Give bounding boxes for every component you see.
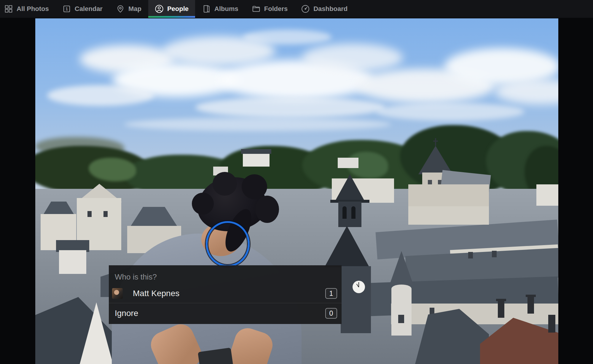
nav-label: Folders [264,5,288,13]
cloud [195,97,385,118]
church-cross [433,141,438,142]
shortcut-badge: 0 [325,308,337,319]
map-pin-icon [116,4,125,13]
cloud [376,103,525,121]
popup-option-ignore[interactable]: Ignore 0 [109,303,342,323]
chimney [526,295,536,297]
church-cross [435,138,436,146]
cloud [47,85,154,106]
nav-item-map[interactable]: Map [115,0,143,18]
man-hair-curl [242,174,267,199]
nav-label: People [167,5,189,13]
man-hair-curl [213,172,237,196]
popup-title: Who is this? [109,265,342,284]
nav-label: Calendar [75,5,103,13]
nav-label: Dashboard [313,5,347,13]
turret-window [398,315,404,323]
church-base [408,206,489,225]
window [468,252,473,258]
cloud [302,44,403,72]
chimney [496,299,506,301]
bell-tower-belfry [338,202,361,227]
album-icon [202,4,211,13]
nav-item-all-photos[interactable]: All Photos [3,0,50,18]
chimney [548,315,555,333]
shortcut-badge: 1 [325,288,337,299]
avatar [112,288,123,299]
building [59,250,86,274]
chimney [498,301,504,318]
ignore-label: Ignore [115,309,138,318]
nav-item-calendar[interactable]: 1 Calendar [61,0,104,18]
nav-item-people[interactable]: People [148,0,195,18]
bell-tower-body [341,266,371,333]
belfry-arch [342,206,347,219]
building [338,158,358,168]
nav-label: Albums [214,5,238,13]
nav-item-albums[interactable]: Albums [201,0,240,18]
window [103,211,108,217]
folder-icon [252,4,261,13]
cloud [124,118,391,131]
turret-body [391,285,412,336]
nav-label: All Photos [17,5,49,13]
popup-option-person[interactable]: Matt Kepnes 1 [109,284,342,303]
nav-item-folders[interactable]: Folders [251,0,289,18]
gauge-icon [301,4,310,13]
active-tab-underline [148,16,195,18]
building [536,184,558,206]
photo-canvas[interactable]: Who is this? Matt Kepnes 1 Ignore 0 [35,18,558,364]
man-hair-curl [255,196,279,223]
building [243,153,270,167]
face-tag-popup: Who is this? Matt Kepnes 1 Ignore 0 [109,265,342,324]
nav-item-dashboard[interactable]: Dashboard [300,0,349,18]
church-nave [408,184,489,209]
building-roof [241,149,271,154]
top-nav: All Photos 1 Calendar Map People Albums … [0,0,593,18]
svg-text:1: 1 [66,7,68,11]
belfry-arch [351,206,356,219]
calendar-icon: 1 [62,4,71,13]
window [492,251,497,257]
face-detect-circle[interactable] [206,221,250,267]
chimney [527,296,534,314]
cloud [243,30,332,44]
person-icon [155,4,164,13]
grid-icon [4,4,13,13]
window [87,211,92,217]
nav-label: Map [128,5,141,13]
person-name: Matt Kepnes [133,289,179,298]
man-hair-curl [192,193,214,215]
